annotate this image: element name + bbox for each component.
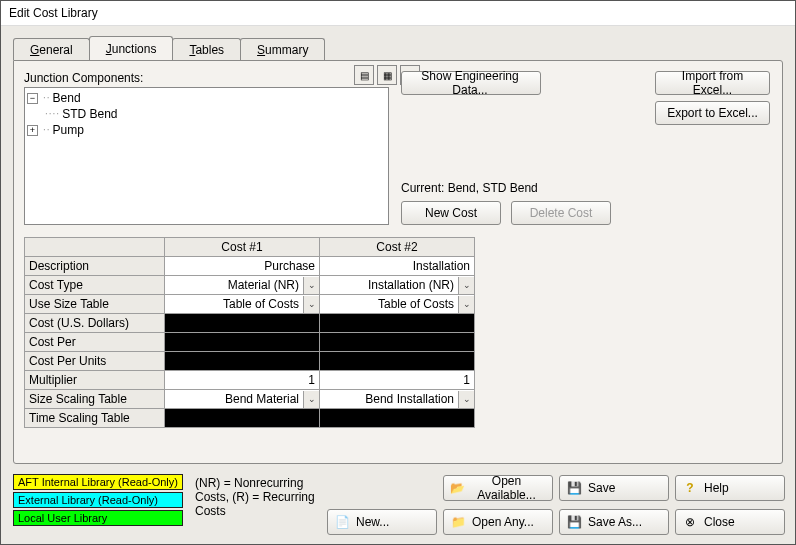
tree-item-label: STD Bend [62, 106, 117, 122]
cell-c2-time-scaling [320, 409, 475, 428]
new-button[interactable]: 📄 New... [327, 509, 437, 535]
cell-c1-time-scaling [165, 409, 320, 428]
cost-grid: Cost #1 Cost #2 Description Purchase Ins… [24, 237, 772, 428]
tree-item-bend[interactable]: − ·· Bend [27, 90, 386, 106]
row-size-scaling: Size Scaling Table [25, 390, 165, 409]
tree-item-label: Pump [53, 122, 84, 138]
button-label: Open Any... [472, 515, 534, 529]
nr-note: (NR) = Nonrecurring Costs, (R) = Recurri… [195, 474, 315, 518]
footer: AFT Internal Library (Read-Only) Externa… [13, 474, 783, 536]
cell-c1-size-scaling[interactable]: Bend Material⌄ [165, 390, 320, 409]
footer-buttons: 📂 Open Available... 💾 Save ? Help 📄 New.… [327, 474, 783, 536]
cell-c2-size-scaling[interactable]: Bend Installation⌄ [320, 390, 475, 409]
cell-c1-use-size[interactable]: Table of Costs⌄ [165, 295, 320, 314]
window-body: General Junctions Tables Summary ▤ ▦ ▥ I… [1, 26, 795, 544]
cell-value: Table of Costs [165, 297, 303, 311]
button-label: Save As... [588, 515, 642, 529]
save-as-icon: 💾 [566, 514, 582, 530]
button-label: New... [356, 515, 389, 529]
tree-item-pump[interactable]: + ·· Pump [27, 122, 386, 138]
save-as-button[interactable]: 💾 Save As... [559, 509, 669, 535]
cell-c2-use-size[interactable]: Table of Costs⌄ [320, 295, 475, 314]
show-engineering-data-button[interactable]: Show Engineering Data... [401, 71, 541, 95]
junctions-panel: ▤ ▦ ▥ Import from Excel... Export to Exc… [13, 60, 783, 464]
save-icon: 💾 [566, 480, 582, 496]
button-label: Close [704, 515, 735, 529]
folder-open-icon: 📂 [450, 480, 465, 496]
cell-c1-multiplier[interactable]: 1 [165, 371, 320, 390]
tree-connector-icon: ···· [45, 106, 60, 122]
junction-tree[interactable]: − ·· Bend ···· STD Bend + ·· Pump [24, 87, 389, 225]
save-button[interactable]: 💾 Save [559, 475, 669, 501]
chevron-down-icon[interactable]: ⌄ [458, 277, 474, 294]
cell-c1-cost-per-units [165, 352, 320, 371]
window-title: Edit Cost Library [1, 1, 795, 26]
row-cost-per-units: Cost Per Units [25, 352, 165, 371]
cell-value: Bend Installation [320, 392, 458, 406]
grid-corner [25, 238, 165, 257]
library-legend: AFT Internal Library (Read-Only) Externa… [13, 474, 183, 526]
cell-c1-description[interactable]: Purchase [165, 257, 320, 276]
row-description: Description [25, 257, 165, 276]
tab-general[interactable]: General [13, 38, 90, 60]
button-label: Save [588, 481, 615, 495]
row-multiplier: Multiplier [25, 371, 165, 390]
cell-c2-multiplier[interactable]: 1 [320, 371, 475, 390]
open-any-button[interactable]: 📁 Open Any... [443, 509, 553, 535]
button-label: Open Available... [471, 474, 542, 502]
cell-value: Installation (NR) [320, 278, 458, 292]
chevron-down-icon[interactable]: ⌄ [303, 391, 319, 408]
tree-connector-icon: ·· [43, 122, 51, 138]
legend-local: Local User Library [13, 510, 183, 526]
chevron-down-icon[interactable]: ⌄ [303, 277, 319, 294]
cell-c2-cost-per-units [320, 352, 475, 371]
new-file-icon: 📄 [334, 514, 350, 530]
cell-c2-cost-per [320, 333, 475, 352]
edit-cost-library-window: Edit Cost Library General Junctions Tabl… [0, 0, 796, 545]
tree-item-std-bend[interactable]: ···· STD Bend [27, 106, 386, 122]
chevron-down-icon[interactable]: ⌄ [458, 391, 474, 408]
legend-external: External Library (Read-Only) [13, 492, 183, 508]
current-selection-label: Current: Bend, STD Bend [401, 181, 772, 195]
expand-all-icon[interactable]: ▤ [354, 65, 374, 85]
folder-icon: 📁 [450, 514, 466, 530]
cell-c1-cost-per [165, 333, 320, 352]
new-cost-button[interactable]: New Cost [401, 201, 501, 225]
column-header-cost2[interactable]: Cost #2 [320, 238, 475, 257]
chevron-down-icon[interactable]: ⌄ [458, 296, 474, 313]
tree-label: Junction Components: [24, 71, 389, 85]
tree-item-label: Bend [53, 90, 81, 106]
tab-junctions[interactable]: Junctions [89, 36, 174, 60]
close-icon: ⊗ [682, 514, 698, 530]
legend-internal: AFT Internal Library (Read-Only) [13, 474, 183, 490]
tab-tables[interactable]: Tables [172, 38, 241, 60]
cell-value: Material (NR) [165, 278, 303, 292]
row-cost-type: Cost Type [25, 276, 165, 295]
collapse-all-icon[interactable]: ▦ [377, 65, 397, 85]
row-cost-per: Cost Per [25, 333, 165, 352]
row-time-scaling: Time Scaling Table [25, 409, 165, 428]
open-available-button[interactable]: 📂 Open Available... [443, 475, 553, 501]
help-icon: ? [682, 480, 698, 496]
cell-c1-cost-type[interactable]: Material (NR)⌄ [165, 276, 320, 295]
tree-connector-icon: ·· [43, 90, 51, 106]
delete-cost-button: Delete Cost [511, 201, 611, 225]
help-button[interactable]: ? Help [675, 475, 785, 501]
cell-c2-description[interactable]: Installation [320, 257, 475, 276]
cell-c1-cost-usd [165, 314, 320, 333]
row-use-size: Use Size Table [25, 295, 165, 314]
close-button[interactable]: ⊗ Close [675, 509, 785, 535]
cell-c2-cost-usd [320, 314, 475, 333]
expand-icon[interactable]: + [27, 125, 38, 136]
button-label: Help [704, 481, 729, 495]
chevron-down-icon[interactable]: ⌄ [303, 296, 319, 313]
column-header-cost1[interactable]: Cost #1 [165, 238, 320, 257]
cell-value: Table of Costs [320, 297, 458, 311]
cell-c2-cost-type[interactable]: Installation (NR)⌄ [320, 276, 475, 295]
collapse-icon[interactable]: − [27, 93, 38, 104]
tab-summary[interactable]: Summary [240, 38, 325, 60]
tab-bar: General Junctions Tables Summary [13, 36, 783, 60]
cell-value: Bend Material [165, 392, 303, 406]
row-cost-usd: Cost (U.S. Dollars) [25, 314, 165, 333]
